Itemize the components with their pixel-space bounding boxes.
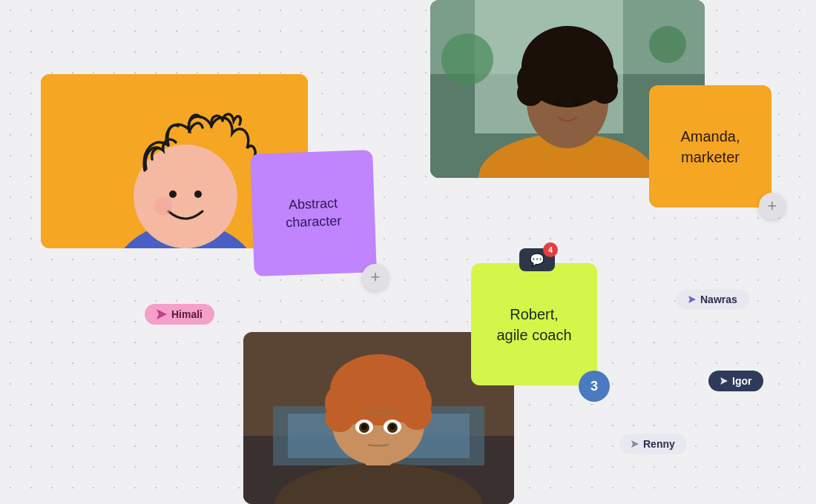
svg-point-19 bbox=[551, 40, 584, 73]
number-badge-3: 3 bbox=[579, 371, 610, 402]
svg-marker-45 bbox=[688, 296, 696, 303]
amanda-label-card: Amanda,marketer bbox=[649, 85, 771, 208]
svg-point-10 bbox=[649, 26, 686, 63]
svg-point-4 bbox=[194, 190, 202, 198]
svg-point-37 bbox=[402, 400, 432, 430]
chip-nawras[interactable]: Nawras bbox=[677, 289, 749, 310]
chip-himali[interactable]: Himali bbox=[145, 304, 214, 325]
svg-point-9 bbox=[441, 33, 493, 85]
svg-point-2 bbox=[134, 145, 237, 248]
robert-label-card: Robert,agile coach bbox=[471, 263, 597, 385]
svg-point-43 bbox=[389, 424, 395, 430]
nawras-label: Nawras bbox=[700, 294, 737, 305]
svg-point-35 bbox=[377, 365, 415, 403]
chat-notification-count: 4 bbox=[543, 242, 558, 257]
svg-point-34 bbox=[342, 367, 379, 404]
himali-label: Himali bbox=[171, 308, 203, 320]
main-scene: Abstract character + bbox=[0, 0, 816, 504]
igor-label: Igor bbox=[732, 375, 751, 387]
renny-label: Renny bbox=[643, 438, 675, 450]
renny-arrow-icon bbox=[631, 440, 639, 448]
himali-arrow-icon bbox=[157, 309, 167, 319]
add-button-right[interactable]: + bbox=[759, 193, 786, 219]
amanda-label-text: Amanda,marketer bbox=[680, 126, 740, 168]
svg-marker-46 bbox=[720, 377, 728, 385]
robert-label-text: Robert,agile coach bbox=[496, 304, 571, 345]
igor-arrow-icon bbox=[720, 377, 728, 385]
svg-point-36 bbox=[325, 402, 355, 432]
add-button-purple[interactable]: + bbox=[362, 264, 389, 291]
chat-icon: 💬 bbox=[530, 253, 544, 267]
chip-igor[interactable]: Igor bbox=[708, 371, 763, 391]
svg-point-22 bbox=[554, 99, 562, 106]
svg-marker-47 bbox=[631, 440, 639, 448]
svg-point-3 bbox=[169, 190, 177, 198]
svg-point-20 bbox=[517, 79, 544, 106]
svg-point-21 bbox=[591, 77, 618, 104]
chip-renny[interactable]: Renny bbox=[619, 434, 687, 454]
svg-point-5 bbox=[154, 197, 172, 215]
nawras-arrow-icon bbox=[688, 296, 696, 303]
abstract-character-text: Abstract character bbox=[285, 195, 342, 231]
svg-point-40 bbox=[361, 424, 367, 430]
chat-badge[interactable]: 💬 4 bbox=[519, 248, 555, 271]
svg-point-23 bbox=[573, 99, 581, 106]
svg-marker-44 bbox=[157, 309, 167, 319]
abstract-character-label-card: Abstract character bbox=[250, 150, 377, 276]
